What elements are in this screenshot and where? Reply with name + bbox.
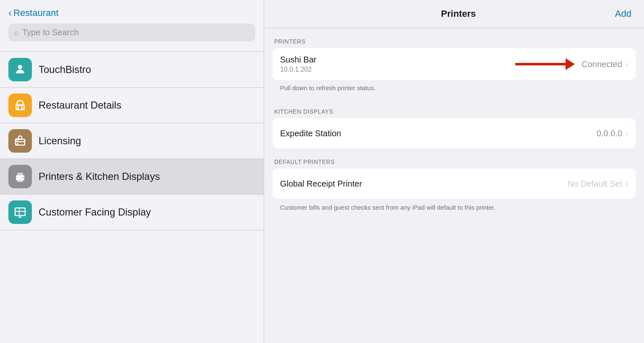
sidebar-item-label-touchbistro: TouchBistro: [39, 64, 91, 75]
add-button[interactable]: Add: [615, 8, 631, 19]
svg-point-13: [23, 177, 24, 179]
connection-arrow-indicator: [515, 58, 575, 70]
default-printers-section: DEFAULT PRINTERS Global Receipt Printer …: [264, 159, 644, 219]
sidebar-item-label-customer-facing: Customer Facing Display: [39, 206, 151, 218]
licensing-icon: [8, 129, 32, 153]
sidebar-list: TouchBistro Restaurant Details: [0, 52, 264, 343]
sidebar-item-label-printers: Printers & Kitchen Displays: [39, 171, 160, 182]
no-default-value: No Default Set: [568, 179, 622, 189]
connected-status: Connected: [582, 60, 622, 69]
svg-point-9: [18, 136, 22, 139]
svg-rect-2: [19, 106, 21, 109]
sidebar-item-restaurant-details[interactable]: Restaurant Details: [0, 88, 264, 123]
search-icon: ⌕: [14, 28, 19, 37]
back-chevron-icon: ‹: [8, 8, 12, 18]
svg-rect-3: [16, 106, 18, 108]
expedite-name: Expedite Station: [280, 129, 597, 138]
kitchen-displays-label: KITCHEN DISPLAYS: [273, 108, 636, 115]
pull-down-hint: Pull down to refresh printer status.: [273, 80, 636, 98]
main-panel: Printers Add PRINTERS Sushi Bar 10.0.1.2…: [264, 0, 644, 343]
sushi-bar-status: Connected ›: [582, 60, 628, 69]
global-receipt-row[interactable]: Global Receipt Printer No Default Set ›: [273, 169, 636, 199]
sidebar-item-label-licensing: Licensing: [39, 135, 81, 147]
sidebar-header: ‹ Restaurant ⌕: [0, 0, 264, 46]
expedite-info: Expedite Station: [280, 129, 597, 138]
svg-rect-11: [17, 173, 23, 176]
global-receipt-info: Global Receipt Printer: [280, 179, 568, 189]
red-arrow-icon: [515, 58, 575, 70]
main-content: PRINTERS Sushi Bar 10.0.1.202: [264, 28, 644, 343]
sushi-bar-ip: 10.0.1.202: [280, 66, 509, 73]
printers-card: Sushi Bar 10.0.1.202 Connected ›: [273, 48, 636, 80]
expedite-ip: 0.0.0.0: [597, 129, 622, 138]
global-receipt-value-group: No Default Set ›: [568, 179, 628, 189]
sushi-bar-row[interactable]: Sushi Bar 10.0.1.202 Connected ›: [273, 48, 636, 80]
chevron-right-icon: ›: [626, 60, 628, 69]
expedite-station-row[interactable]: Expedite Station 0.0.0.0 ›: [273, 118, 636, 148]
printers-section: PRINTERS Sushi Bar 10.0.1.202: [264, 38, 644, 98]
page-title: Printers: [302, 8, 615, 19]
back-label: Restaurant: [13, 8, 59, 18]
search-bar: ⌕: [8, 23, 255, 42]
kitchen-displays-card: Expedite Station 0.0.0.0 ›: [273, 118, 636, 148]
svg-rect-12: [17, 179, 23, 182]
svg-point-7: [17, 143, 18, 145]
back-button[interactable]: ‹ Restaurant: [8, 8, 59, 18]
svg-rect-4: [22, 106, 24, 108]
main-header: Printers Add: [264, 0, 644, 28]
sidebar-item-customer-facing[interactable]: Customer Facing Display: [0, 195, 264, 230]
sidebar-item-label-restaurant-details: Restaurant Details: [39, 99, 121, 111]
printers-icon: [8, 165, 32, 188]
printers-section-label: PRINTERS: [273, 38, 636, 45]
expedite-value-group: 0.0.0.0 ›: [597, 129, 628, 138]
search-input[interactable]: [22, 28, 249, 37]
default-printers-note: Customer bills and guest checks sent fro…: [273, 199, 636, 219]
sidebar: ‹ Restaurant ⌕ TouchBistro: [0, 0, 264, 343]
sushi-bar-name: Sushi Bar: [280, 55, 509, 65]
customer-facing-icon: [8, 200, 32, 224]
touchbistro-icon: [8, 58, 32, 81]
default-printers-label: DEFAULT PRINTERS: [273, 159, 636, 165]
global-receipt-name: Global Receipt Printer: [280, 179, 568, 189]
sidebar-item-licensing[interactable]: Licensing: [0, 123, 264, 159]
restaurant-details-icon: [8, 94, 32, 117]
default-printers-card: Global Receipt Printer No Default Set ›: [273, 169, 636, 199]
sidebar-item-touchbistro[interactable]: TouchBistro: [0, 52, 264, 88]
kitchen-displays-section: KITCHEN DISPLAYS Expedite Station 0.0.0.…: [264, 108, 644, 148]
chevron-right-icon-2: ›: [626, 129, 628, 138]
sidebar-item-printers-kitchen[interactable]: Printers & Kitchen Displays: [0, 159, 264, 195]
chevron-right-icon-3: ›: [626, 179, 628, 188]
sushi-bar-info: Sushi Bar 10.0.1.202: [280, 55, 509, 73]
